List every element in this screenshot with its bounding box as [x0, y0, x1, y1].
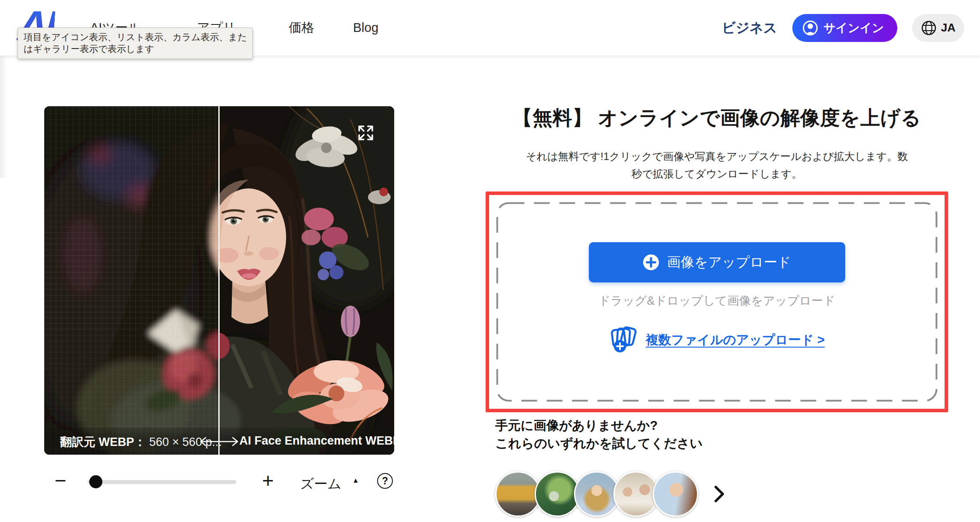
- page-title: 【無料】 オンラインで画像の解像度を上げる: [486, 105, 948, 131]
- zoom-controls: − + ズーム ▲ ?: [44, 470, 399, 494]
- upload-image-button[interactable]: 画像をアップロード: [589, 242, 845, 282]
- plus-circle-icon: [643, 254, 659, 271]
- nav-blog-label: Blog: [353, 21, 378, 35]
- signin-label: サインイン: [824, 20, 884, 36]
- nav-pricing-label: 価格: [289, 19, 314, 37]
- sample-image-illustrated-girl[interactable]: [574, 471, 620, 517]
- nav-business[interactable]: ビジネス: [722, 19, 777, 37]
- zoom-slider[interactable]: [88, 480, 236, 484]
- multi-upload-row: 複数ファイルのアップロード >: [489, 326, 945, 354]
- no-image-line-2: これらのいずれかを試してください: [495, 435, 703, 452]
- compare-divider[interactable]: [218, 106, 220, 455]
- help-icon[interactable]: ?: [377, 473, 393, 489]
- nav-blog[interactable]: Blog: [353, 0, 378, 56]
- subtitle-line-1: それは無料です!1クリックで画像や写真をアップスケールおよび拡大します。数: [526, 150, 908, 162]
- language-label: JA: [941, 21, 956, 35]
- page-subtitle: それは無料です!1クリックで画像や写真をアップスケールおよび拡大します。数 秒で…: [475, 148, 959, 183]
- language-selector[interactable]: JA: [912, 14, 964, 42]
- expand-icon[interactable]: [356, 123, 376, 143]
- sample-image-family-at-table[interactable]: [613, 471, 659, 517]
- no-image-text: 手元に画像がありませんか? これらのいずれかを試してください: [495, 417, 703, 452]
- sample-images-row: [495, 471, 725, 517]
- before-label: 翻訳元 WEBP： 560 × 560 p...: [60, 434, 222, 450]
- drag-drop-hint: ドラッグ&ドロップして画像をアップロード: [489, 293, 945, 309]
- user-icon: [802, 20, 819, 36]
- view-options-tooltip: 項目をアイコン表示、リスト表示、カラム表示、また はギャラリー表示で表示します: [18, 28, 253, 59]
- zoom-slider-knob[interactable]: [89, 475, 102, 488]
- upload-dropzone[interactable]: 画像をアップロード ドラッグ&ドロップして画像をアップロード 複数ファイルのアッ…: [486, 191, 948, 412]
- subtitle-line-2: 秒で拡張してダウンロードします。: [631, 168, 802, 180]
- no-image-line-1: 手元に画像がありませんか?: [495, 417, 703, 435]
- page: AI AIツール ▼ アプリ ▼ 価格 Blog ビジネス: [0, 0, 980, 522]
- sample-image-green-valley-road[interactable]: [535, 471, 580, 517]
- nav-pricing[interactable]: 価格: [289, 0, 314, 56]
- multi-upload-link[interactable]: 複数ファイルのアップロード >: [646, 331, 825, 349]
- image-compare-viewer[interactable]: 翻訳元 WEBP： 560 × 560 p... AI Face Enhance…: [44, 106, 394, 455]
- globe-icon: [921, 20, 937, 36]
- zoom-out-button[interactable]: −: [55, 469, 66, 492]
- sample-image-smiling-woman[interactable]: [653, 471, 698, 517]
- signin-button[interactable]: サインイン: [792, 14, 897, 42]
- tooltip-line-1: 項目をアイコン表示、リスト表示、カラム表示、また: [24, 31, 247, 43]
- tooltip-line-2: はギャラリー表示で表示します: [24, 43, 247, 55]
- multi-files-icon: [609, 326, 638, 354]
- zoom-in-button[interactable]: +: [262, 469, 274, 492]
- window-edge-shade: [0, 56, 7, 178]
- zoom-label: ズーム: [300, 475, 341, 493]
- next-samples-chevron[interactable]: [713, 485, 725, 503]
- sample-image-yellow-truck[interactable]: [495, 471, 541, 517]
- zoom-menu-caret-icon[interactable]: ▲: [352, 477, 359, 484]
- after-label: AI Face Enhancement WEBP: ...: [239, 434, 394, 448]
- upload-image-label: 画像をアップロード: [667, 253, 791, 271]
